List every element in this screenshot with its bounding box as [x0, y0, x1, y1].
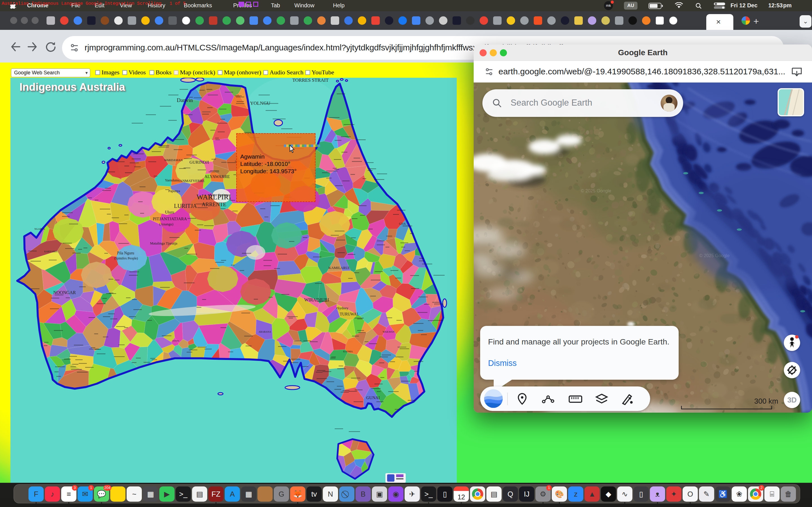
- svg-text:ANMATYERRE: ANMATYERRE: [180, 179, 205, 183]
- svg-text:ARRENTE: ARRENTE: [202, 202, 226, 207]
- svg-text:ARABANA: ARABANA: [259, 330, 271, 333]
- svg-text:Matalinga Tjarutja: Matalinga Tjarutja: [150, 241, 177, 245]
- svg-text:NOONGAR: NOONGAR: [53, 290, 76, 295]
- svg-text:LURITJA: LURITJA: [174, 203, 197, 209]
- svg-text:WIRADJURI: WIRADJURI: [304, 297, 329, 302]
- svg-text:Uluru: Uluru: [165, 210, 174, 214]
- svg-text:NGARLA: NGARLA: [35, 228, 45, 230]
- svg-text:(Spinifex People): (Spinifex People): [114, 256, 138, 260]
- svg-text:TURUWAL: TURUWAL: [340, 312, 359, 316]
- svg-text:© 2025 Google: © 2025 Google: [581, 188, 611, 193]
- svg-text:•Alice Springs: •Alice Springs: [208, 193, 229, 197]
- svg-text:Pila Nguru: Pila Nguru: [117, 251, 134, 255]
- svg-text:ALYAWARRE: ALYAWARRE: [204, 174, 230, 179]
- svg-text:TORRES STRAIT: TORRES STRAIT: [292, 78, 329, 83]
- svg-text:GURINDJI: GURINDJI: [190, 160, 209, 165]
- svg-text:WARDAMAN: WARDAMAN: [164, 158, 183, 162]
- svg-text:KOOMA: KOOMA: [343, 350, 353, 353]
- svg-text:Yuendumu: Yuendumu: [165, 178, 180, 182]
- svg-text:PITJANTJATJARA: PITJANTJATJARA: [153, 217, 187, 221]
- svg-text:© 2025 Google: © 2025 Google: [699, 253, 730, 258]
- svg-text:Darwin: Darwin: [177, 97, 193, 103]
- svg-text:YOLNGU: YOLNGU: [250, 101, 270, 106]
- svg-text:WAILWAN: WAILWAN: [383, 330, 395, 333]
- svg-text:Papunya: Papunya: [168, 189, 180, 193]
- svg-text:(Anangu): (Anangu): [159, 222, 173, 226]
- svg-text:•Sydney: •Sydney: [336, 306, 349, 310]
- svg-text:KAMILARUI: KAMILARUI: [328, 266, 349, 270]
- svg-text:GUNAI: GUNAI: [366, 395, 380, 400]
- svg-text:KARIYARRA: KARIYARRA: [44, 250, 57, 253]
- svg-text:GIYA: GIYA: [399, 222, 406, 225]
